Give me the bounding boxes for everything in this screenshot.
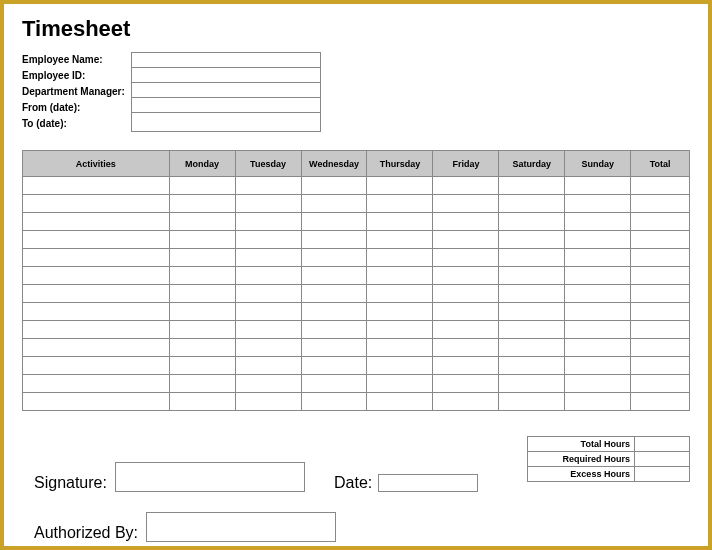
field-department-manager[interactable] [132,83,320,98]
table-cell[interactable] [499,285,565,303]
table-cell[interactable] [169,177,235,195]
summary-value-required[interactable] [634,452,689,467]
table-cell[interactable] [565,195,631,213]
table-cell[interactable] [235,249,301,267]
table-cell[interactable] [23,303,170,321]
table-cell[interactable] [23,231,170,249]
table-cell[interactable] [169,249,235,267]
table-cell[interactable] [23,177,170,195]
table-cell[interactable] [301,249,367,267]
table-cell[interactable] [169,213,235,231]
table-cell[interactable] [367,339,433,357]
table-cell[interactable] [169,195,235,213]
table-cell[interactable] [301,213,367,231]
table-cell[interactable] [23,195,170,213]
field-from-date[interactable] [132,98,320,113]
table-cell[interactable] [367,285,433,303]
table-cell[interactable] [301,177,367,195]
table-cell[interactable] [433,357,499,375]
table-cell[interactable] [433,339,499,357]
table-cell[interactable] [433,393,499,411]
table-cell[interactable] [301,357,367,375]
table-cell[interactable] [23,285,170,303]
table-cell[interactable] [169,375,235,393]
table-cell[interactable] [367,231,433,249]
table-cell[interactable] [433,321,499,339]
table-cell[interactable] [499,303,565,321]
table-cell[interactable] [433,177,499,195]
table-cell[interactable] [235,231,301,249]
table-cell[interactable] [367,375,433,393]
table-cell[interactable] [565,213,631,231]
table-cell[interactable] [433,303,499,321]
table-cell[interactable] [631,357,690,375]
table-cell[interactable] [301,339,367,357]
table-cell[interactable] [169,303,235,321]
table-cell[interactable] [499,339,565,357]
table-cell[interactable] [301,267,367,285]
table-cell[interactable] [631,267,690,285]
table-cell[interactable] [301,393,367,411]
table-cell[interactable] [367,267,433,285]
table-cell[interactable] [367,303,433,321]
table-cell[interactable] [631,303,690,321]
table-cell[interactable] [631,321,690,339]
table-cell[interactable] [565,177,631,195]
table-cell[interactable] [23,339,170,357]
table-cell[interactable] [169,393,235,411]
table-cell[interactable] [367,195,433,213]
table-cell[interactable] [23,213,170,231]
table-cell[interactable] [565,339,631,357]
table-cell[interactable] [367,213,433,231]
table-cell[interactable] [235,375,301,393]
table-cell[interactable] [565,267,631,285]
table-cell[interactable] [433,267,499,285]
table-cell[interactable] [367,249,433,267]
table-cell[interactable] [367,357,433,375]
table-cell[interactable] [23,357,170,375]
table-cell[interactable] [169,321,235,339]
table-cell[interactable] [169,267,235,285]
table-cell[interactable] [631,231,690,249]
table-cell[interactable] [301,231,367,249]
table-cell[interactable] [301,321,367,339]
table-cell[interactable] [499,321,565,339]
table-cell[interactable] [235,267,301,285]
table-cell[interactable] [433,285,499,303]
table-cell[interactable] [631,375,690,393]
field-employee-name[interactable] [132,53,320,68]
field-authorized-by[interactable] [146,512,336,542]
table-cell[interactable] [433,249,499,267]
table-cell[interactable] [235,393,301,411]
table-cell[interactable] [565,375,631,393]
table-cell[interactable] [499,267,565,285]
table-cell[interactable] [235,303,301,321]
table-cell[interactable] [631,249,690,267]
table-cell[interactable] [631,339,690,357]
table-cell[interactable] [367,393,433,411]
table-cell[interactable] [631,285,690,303]
table-cell[interactable] [23,393,170,411]
table-cell[interactable] [565,357,631,375]
table-cell[interactable] [23,267,170,285]
table-cell[interactable] [499,195,565,213]
table-cell[interactable] [235,357,301,375]
table-cell[interactable] [499,357,565,375]
table-cell[interactable] [169,285,235,303]
table-cell[interactable] [631,177,690,195]
table-cell[interactable] [499,249,565,267]
table-cell[interactable] [499,375,565,393]
table-cell[interactable] [631,213,690,231]
field-employee-id[interactable] [132,68,320,83]
table-cell[interactable] [499,177,565,195]
table-cell[interactable] [565,285,631,303]
field-to-date[interactable] [132,113,320,128]
table-cell[interactable] [169,357,235,375]
table-cell[interactable] [433,195,499,213]
table-cell[interactable] [565,321,631,339]
table-cell[interactable] [235,195,301,213]
table-cell[interactable] [499,213,565,231]
table-cell[interactable] [235,321,301,339]
table-cell[interactable] [301,303,367,321]
table-cell[interactable] [433,375,499,393]
